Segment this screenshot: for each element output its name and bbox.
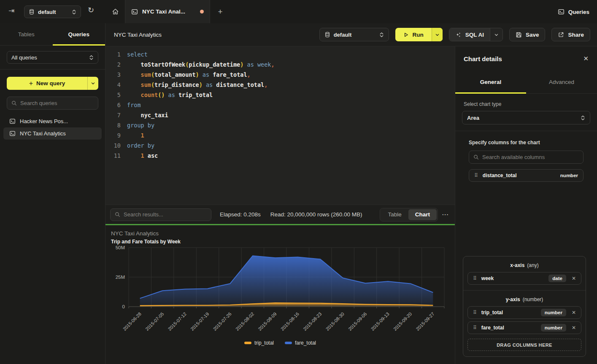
svg-text:2015-09-27: 2015-09-27: [415, 311, 435, 332]
legend-item-fare_total[interactable]: fare_total: [285, 340, 316, 346]
details-tabs: General Advanced: [455, 71, 597, 94]
column-type-badge: number: [541, 324, 566, 332]
editor-line[interactable]: 4sum(trip_distance) as distance_total,: [105, 80, 455, 90]
sidebar-tab-queries[interactable]: Queries: [53, 23, 105, 45]
editor-line[interactable]: 8group by: [105, 120, 455, 130]
drag-handle-icon[interactable]: ⠿: [473, 310, 477, 315]
query-filter-value: All queries: [11, 54, 37, 61]
sql-ai-label: SQL AI: [465, 32, 484, 38]
database-select[interactable]: default: [319, 28, 389, 41]
remove-column-icon[interactable]: ✕: [572, 276, 576, 281]
chart-details-panel: Chart details ✕ General Advanced Select …: [455, 46, 597, 364]
svg-text:25M: 25M: [116, 275, 125, 280]
view-table-button[interactable]: Table: [381, 209, 408, 220]
svg-text:2015-07-12: 2015-07-12: [167, 311, 187, 332]
run-button[interactable]: Run: [395, 28, 443, 41]
new-tab-button[interactable]: +: [210, 0, 230, 23]
legend-item-trip_total[interactable]: trip_total: [244, 340, 274, 346]
area-chart: 025M50M2015-06-282015-07-052015-07-12201…: [105, 244, 455, 340]
x-axis-heading: x-axis(any): [467, 260, 581, 272]
svg-text:2015-08-30: 2015-08-30: [325, 311, 345, 332]
legend-swatch: [244, 342, 251, 344]
run-options-chevron[interactable]: [432, 28, 443, 41]
y-axis-heading: y-axis(number): [467, 294, 581, 306]
close-icon[interactable]: ✕: [583, 56, 589, 62]
search-results-input[interactable]: [124, 211, 207, 218]
remove-column-icon[interactable]: ✕: [572, 310, 576, 315]
drag-handle-icon[interactable]: ⠿: [474, 173, 478, 178]
tab-general[interactable]: General: [455, 71, 526, 93]
sidebar-tab-tables[interactable]: Tables: [0, 23, 53, 45]
sidebar: Tables Queries All queries + New query: [0, 23, 105, 364]
drag-handle-icon[interactable]: ⠿: [473, 276, 477, 281]
sidebar-tabs: Tables Queries: [0, 23, 105, 46]
home-button[interactable]: [105, 0, 125, 23]
chart-subtitle: Trip and Fare Totals by Week: [111, 239, 181, 245]
tab-strip: NYC Taxi Anal... +: [105, 0, 230, 23]
plus-icon: +: [29, 80, 33, 87]
more-options-icon[interactable]: ···: [442, 211, 449, 218]
results-search[interactable]: [110, 208, 211, 221]
editor-line[interactable]: 5count() as trip_total: [105, 90, 455, 100]
elapsed-stat: Elapsed: 0.208s: [220, 211, 261, 218]
collapse-sidebar-icon[interactable]: ⇥: [8, 7, 14, 14]
editor-line[interactable]: 7nyc_taxi: [105, 110, 455, 120]
play-icon: [403, 32, 409, 38]
tab-label: NYC Taxi Anal...: [142, 8, 185, 15]
drag-columns-drop-zone[interactable]: DRAG COLUMNS HERE: [467, 339, 581, 351]
query-list-item-hacker-news[interactable]: Hacker News Pos...: [3, 115, 102, 127]
sql-editor[interactable]: 1select2toStartOfWeek(pickup_datetime) a…: [105, 46, 455, 205]
y-axis-column-fare-total[interactable]: ⠿ fare_total number ✕: [467, 321, 581, 334]
search-columns-input[interactable]: [482, 154, 579, 160]
axes-config-box: x-axis(any) ⠿ week date ✕ y-axis(number)…: [463, 256, 586, 357]
editor-line[interactable]: 91: [105, 130, 455, 140]
results-bar: Elapsed: 0.208s Read: 20,000,000 rows (2…: [105, 205, 455, 224]
remove-column-icon[interactable]: ✕: [572, 325, 576, 330]
svg-text:2015-08-16: 2015-08-16: [280, 311, 300, 332]
editor-line[interactable]: 1select: [105, 49, 455, 59]
drag-handle-icon[interactable]: ⠿: [473, 325, 477, 330]
editor-line[interactable]: 3sum(total_amount) as fare_total,: [105, 70, 455, 80]
queries-button-label: Queries: [568, 9, 589, 15]
new-query-options-chevron[interactable]: [87, 77, 98, 90]
queries-button[interactable]: Queries: [558, 6, 589, 18]
database-select-top[interactable]: default: [24, 5, 81, 18]
query-filter-select[interactable]: All queries: [7, 51, 98, 64]
search-icon: [473, 154, 479, 160]
editor-line[interactable]: 2toStartOfWeek(pickup_datetime) as week,: [105, 59, 455, 70]
y-axis-column-trip-total[interactable]: ⠿ trip_total number ✕: [467, 306, 581, 319]
columns-search[interactable]: [469, 151, 583, 164]
search-queries-input[interactable]: [20, 100, 94, 106]
sparkles-icon: [455, 32, 462, 38]
terminal-icon: [131, 8, 138, 15]
sidebar-search[interactable]: [7, 97, 98, 110]
tab-nyc-taxi-analytics[interactable]: NYC Taxi Anal...: [125, 0, 210, 23]
save-button[interactable]: Save: [509, 28, 546, 41]
editor-line[interactable]: 6from: [105, 100, 455, 110]
chart-type-value: Area: [467, 115, 479, 121]
column-type-badge: number: [541, 309, 566, 316]
tab-advanced[interactable]: Advanced: [526, 71, 597, 93]
refresh-icon[interactable]: ↻: [88, 6, 94, 14]
editor-line[interactable]: 111 asc: [105, 151, 455, 161]
new-query-button[interactable]: + New query: [7, 77, 98, 90]
new-query-label: New query: [36, 80, 65, 86]
home-icon: [112, 8, 119, 15]
x-axis-column-week[interactable]: ⠿ week date ✕: [467, 272, 581, 285]
unsaved-indicator-dot: [200, 10, 204, 13]
query-toolbar: NYC Taxi Analytics default Run: [105, 23, 597, 46]
view-toggle: Table Chart: [380, 208, 438, 221]
chart-type-select[interactable]: Area: [462, 111, 590, 124]
available-column-distance-total[interactable]: ⠿ distance_total number: [469, 169, 583, 182]
query-list-item-nyc-taxi[interactable]: NYC Taxi Analytics: [3, 127, 102, 140]
sql-ai-button[interactable]: SQL AI: [449, 28, 503, 41]
view-chart-button[interactable]: Chart: [408, 209, 437, 220]
chevron-down-icon: [494, 32, 499, 37]
sql-console: ⇥ default ↻: [0, 0, 597, 364]
sql-ai-options-chevron[interactable]: [490, 28, 502, 41]
updown-chevron-icon: [581, 115, 585, 121]
share-button[interactable]: Share: [551, 28, 590, 41]
legend-swatch: [285, 342, 292, 344]
updown-chevron-icon: [89, 55, 94, 60]
editor-line[interactable]: 10order by: [105, 140, 455, 151]
